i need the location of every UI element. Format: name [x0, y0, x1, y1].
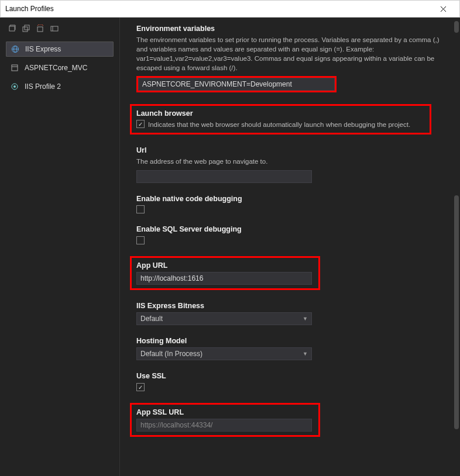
close-button[interactable]	[431, 1, 455, 17]
svg-rect-1	[23, 27, 28, 32]
svg-rect-4	[51, 26, 58, 31]
svg-point-12	[13, 85, 16, 88]
bitness-value: Default	[140, 315, 163, 323]
env-vars-title: Environment variables	[136, 25, 444, 33]
svg-rect-3	[37, 27, 43, 32]
profile-item-iis-profile-2[interactable]: IIS Profile 2	[6, 79, 114, 94]
profile-item-iis-express[interactable]: IIS Express	[6, 42, 114, 57]
sql-debug-section: Enable SQL Server debugging	[136, 225, 444, 244]
app-ssl-url-input[interactable]	[136, 419, 312, 432]
sql-debug-checkbox[interactable]	[136, 236, 145, 244]
scroll-thumb-top[interactable]	[454, 21, 459, 33]
use-ssl-title: Use SSL	[136, 372, 444, 380]
chevron-down-icon: ▼	[303, 316, 308, 322]
globe-icon	[11, 45, 19, 53]
settings-scroll-area: Environment variables The environment va…	[120, 18, 460, 476]
app-url-section: App URL	[136, 256, 444, 290]
app-url-title: App URL	[136, 261, 314, 270]
vertical-scrollbar[interactable]	[454, 20, 459, 474]
iis-icon	[11, 82, 19, 91]
env-vars-highlight	[136, 76, 337, 92]
bitness-title: IIS Express Bitness	[136, 302, 444, 310]
profile-label: IIS Profile 2	[25, 82, 61, 91]
env-vars-desc: The environment variables to set prior t…	[136, 35, 444, 73]
app-ssl-url-title: App SSL URL	[136, 408, 314, 416]
delete-profile-icon[interactable]	[36, 25, 44, 33]
profile-item-aspnetcore-mvc[interactable]: ASPNETCore_MVC	[6, 60, 114, 75]
launch-browser-section: Launch browser Indicates that the web br…	[136, 104, 444, 134]
rename-profile-icon[interactable]	[50, 25, 59, 33]
duplicate-profile-icon[interactable]	[22, 25, 30, 33]
app-url-input[interactable]	[136, 272, 312, 285]
native-debug-checkbox[interactable]	[136, 205, 145, 213]
scroll-thumb[interactable]	[454, 195, 459, 429]
url-desc: The address of the web page to navigate …	[136, 157, 444, 166]
env-vars-section: Environment variables The environment va…	[136, 25, 444, 92]
url-section: Url The address of the web page to navig…	[136, 146, 444, 182]
app-ssl-url-section: App SSL URL	[136, 403, 444, 437]
hosting-model-section: Hosting Model Default (In Process) ▼	[136, 337, 444, 360]
project-icon	[11, 64, 19, 72]
new-profile-icon[interactable]	[8, 25, 16, 33]
hosting-model-value: Default (In Process)	[140, 350, 202, 358]
env-vars-input[interactable]	[138, 78, 335, 91]
titlebar: Launch Profiles	[0, 0, 460, 18]
svg-rect-2	[25, 25, 29, 30]
launch-browser-title: Launch browser	[136, 109, 425, 118]
native-debug-title: Enable native code debugging	[136, 195, 444, 203]
bitness-dropdown[interactable]: Default ▼	[136, 312, 312, 325]
launch-browser-desc: Indicates that the web browser should au…	[148, 120, 410, 129]
hosting-model-title: Hosting Model	[136, 337, 444, 345]
profile-label: ASPNETCore_MVC	[25, 64, 87, 72]
native-debug-section: Enable native code debugging	[136, 195, 444, 214]
close-icon	[440, 6, 447, 12]
svg-rect-0	[9, 26, 15, 31]
use-ssl-section: Use SSL	[136, 372, 444, 391]
window-body: IIS Express ASPNETCore_MVC IIS Profile 2…	[0, 18, 460, 476]
launch-browser-highlight: Launch browser Indicates that the web br…	[130, 104, 431, 134]
content-panel: Environment variables The environment va…	[120, 18, 460, 476]
bitness-section: IIS Express Bitness Default ▼	[136, 302, 444, 325]
chevron-down-icon: ▼	[303, 351, 308, 357]
sidebar-toolbar	[0, 20, 119, 37]
svg-rect-9	[12, 65, 18, 71]
app-ssl-url-highlight: App SSL URL	[130, 403, 320, 437]
url-input[interactable]	[136, 170, 312, 183]
sidebar: IIS Express ASPNETCore_MVC IIS Profile 2	[0, 18, 120, 476]
app-url-highlight: App URL	[130, 256, 320, 290]
use-ssl-checkbox[interactable]	[136, 383, 145, 391]
profile-label: IIS Express	[25, 45, 61, 53]
sql-debug-title: Enable SQL Server debugging	[136, 225, 444, 233]
window-title: Launch Profiles	[5, 5, 431, 13]
profile-list: IIS Express ASPNETCore_MVC IIS Profile 2	[0, 37, 119, 94]
url-title: Url	[136, 146, 444, 154]
launch-browser-checkbox[interactable]	[136, 120, 145, 128]
hosting-model-dropdown[interactable]: Default (In Process) ▼	[136, 347, 312, 360]
